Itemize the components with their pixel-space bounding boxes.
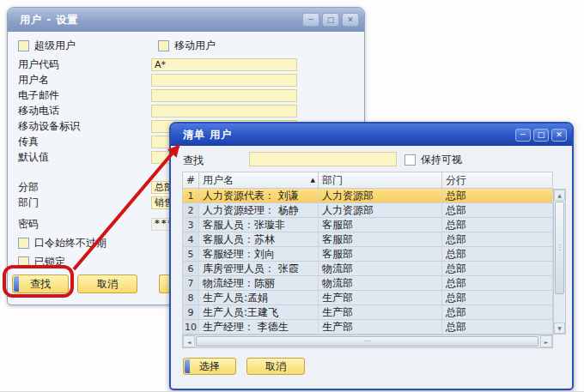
find-button-label: 查找 [30,277,51,292]
find-input[interactable] [249,152,397,166]
find-button[interactable]: 查找 [12,274,69,293]
field-input[interactable] [151,89,297,102]
field-input[interactable] [151,105,297,118]
row-number-cell[interactable]: 5 [182,247,199,262]
table-row[interactable]: 6库房管理人员： 张霞物流部总部 [182,262,566,276]
table-cell[interactable]: 客服部 [319,247,442,262]
cancel-button-settings[interactable]: 取消 [77,274,137,293]
table-cell[interactable]: 总部 [442,276,553,291]
table-cell[interactable]: 人力资源部 [319,189,442,203]
table-cell[interactable]: 总部 [442,262,553,276]
vertical-scrollbar[interactable]: ▲ ⋮ ▼ [553,189,566,335]
table-body: 1人力资源代表： 刘谦人力资源部总部2人力资源经理： 杨静人力资源部总部3客服人… [182,189,566,335]
password-never-expires-row: 口令始终不过期 [18,236,106,250]
table-cell[interactable]: 总部 [442,189,553,203]
scroll-right-icon[interactable]: ► [540,335,552,347]
column-header[interactable]: 部门 [319,172,442,189]
table-row[interactable]: 10生产经理： 李德生生产部总部 [182,320,566,335]
horizontal-scroll-thumb[interactable]: ⋯ [196,336,538,347]
row-number-cell[interactable]: 10 [182,320,199,335]
table-cell[interactable]: 总部 [442,291,553,305]
field-label: 传真 [18,135,151,149]
table-cell[interactable]: 总部 [442,203,553,218]
table-row[interactable]: 9生产人员:王建飞生产部总部 [182,305,566,320]
super-user-checkbox[interactable] [18,40,29,51]
table-cell[interactable]: 总部 [442,218,553,232]
table-cell[interactable]: 客服部 [319,232,442,247]
cancel-button-list[interactable]: 取消 [246,358,305,375]
table-cell[interactable]: 客服部 [319,218,442,232]
row-number-cell[interactable]: 2 [182,203,199,218]
locked-label: 已锁定 [34,255,65,269]
table-cell[interactable]: 物流部 [319,276,442,291]
table-row[interactable]: 8生产人员:孟娟生产部总部 [182,291,566,305]
table-cell[interactable]: 人力资源部 [319,203,442,218]
vertical-scroll-thumb[interactable]: ⋮ [555,202,564,294]
password-never-expires-checkbox[interactable] [18,238,29,249]
window-user-list: 清单 用户 ─ □ ✕ 查找 保持可视 #用户名▲部门分行 1人力资源代表： 刘… [169,122,574,390]
scroll-left-icon[interactable]: ◄ [183,335,195,347]
table-cell[interactable]: 总部 [442,232,553,247]
table-cell[interactable]: 生产经理： 李德生 [199,320,319,335]
table-row[interactable]: 4客服人员：苏林客服部总部 [182,232,566,247]
table-cell[interactable]: 生产人员:孟娟 [199,291,319,305]
table-cell[interactable]: 生产部 [319,320,442,335]
super-user-label: 超级用户 [34,39,76,53]
choose-button[interactable]: 选择 [183,358,236,375]
row-number-cell[interactable]: 4 [182,232,199,247]
table-cell[interactable]: 物流部 [319,262,442,276]
row-number-cell[interactable]: 8 [182,291,199,305]
users-table: #用户名▲部门分行 1人力资源代表： 刘谦人力资源部总部2人力资源经理： 杨静人… [182,172,566,335]
table-cell[interactable]: 物流经理：陈丽 [199,276,319,291]
maximize-icon[interactable]: □ [533,129,549,142]
window1-title: 用户 - 设置 [20,13,78,27]
close-icon[interactable]: ✕ [342,13,359,27]
table-cell[interactable]: 客服人员：苏林 [199,232,319,247]
scroll-up-icon[interactable]: ▲ [554,190,565,201]
table-cell[interactable]: 客服经理：刘向 [199,247,319,262]
table-cell[interactable]: 生产人员:王建飞 [199,305,319,320]
table-cell[interactable]: 人力资源经理： 杨静 [199,203,319,218]
horizontal-scrollbar[interactable]: ◄ ⋯ ► [182,335,553,348]
table-row[interactable]: 2人力资源经理： 杨静人力资源部总部 [182,203,566,218]
table-cell[interactable]: 库房管理人员： 张霞 [199,262,319,276]
table-row[interactable]: 1人力资源代表： 刘谦人力资源部总部 [182,189,566,203]
window2-title: 清单 用户 [183,128,232,142]
table-row[interactable]: 3客服人员：张璇非客服部总部 [182,218,566,232]
mobile-user-checkbox[interactable] [158,40,169,51]
row-number-cell[interactable]: 3 [182,218,199,232]
table-cell[interactable]: 总部 [442,247,553,262]
super-user-checkbox-row: 超级用户 [18,39,76,53]
scroll-down-icon[interactable]: ▼ [554,323,565,334]
table-cell[interactable]: 生产部 [319,305,442,320]
password-never-expires-label: 口令始终不过期 [34,236,106,250]
minimize-icon[interactable]: ─ [302,13,319,27]
locked-checkbox[interactable] [18,256,29,268]
keep-visible-checkbox[interactable] [405,154,416,166]
window2-titlebar[interactable]: 清单 用户 ─ □ ✕ [171,124,572,146]
column-header[interactable]: # [182,172,199,189]
window1-controls: ─ □ ✕ [302,13,359,27]
table-cell[interactable]: 生产部 [319,291,442,305]
close-icon[interactable]: ✕ [551,129,567,142]
maximize-icon[interactable]: □ [322,13,339,27]
window2-controls: ─ □ ✕ [515,129,567,142]
row-number-cell[interactable]: 7 [182,276,199,291]
table-row[interactable]: 7物流经理：陈丽物流部总部 [182,276,566,291]
field-input[interactable]: A* [151,58,297,71]
mobile-user-label: 移动用户 [174,39,216,53]
minimize-icon[interactable]: ─ [515,129,531,142]
table-cell[interactable]: 总部 [442,320,553,335]
row-number-cell[interactable]: 6 [182,262,199,276]
table-cell[interactable]: 总部 [442,305,553,320]
field-input[interactable] [151,74,297,87]
branch-label: 分部 [18,180,151,195]
table-row[interactable]: 5客服经理：刘向客服部总部 [182,247,566,262]
column-header[interactable]: 用户名▲ [199,172,319,189]
column-header[interactable]: 分行 [442,172,553,189]
row-number-cell[interactable]: 1 [182,189,199,203]
table-cell[interactable]: 人力资源代表： 刘谦 [199,189,319,203]
window1-titlebar[interactable]: 用户 - 设置 ─ □ ✕ [8,8,364,32]
table-cell[interactable]: 客服人员：张璇非 [199,218,319,232]
row-number-cell[interactable]: 9 [182,305,199,320]
